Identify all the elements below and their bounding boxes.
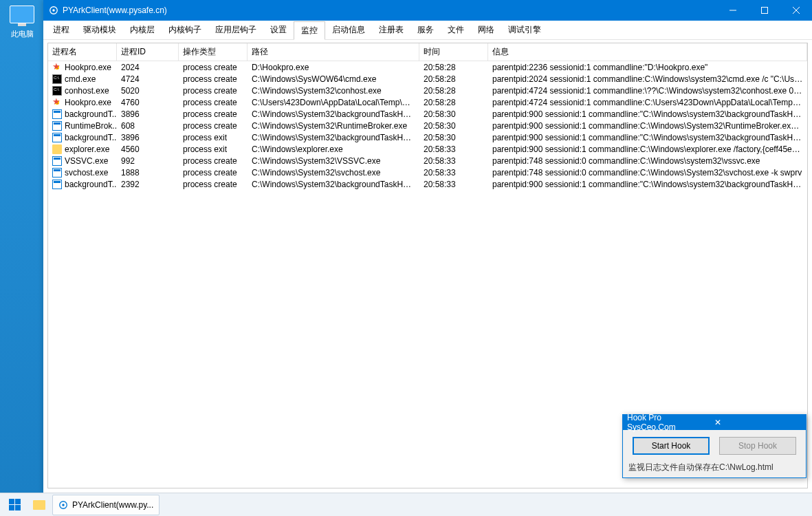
table-row[interactable]: VSSVC.exe992process createC:\Windows\Sys… — [48, 155, 807, 166]
menu-item-2[interactable]: 内核层 — [123, 21, 162, 39]
cell-pid: 2392 — [117, 180, 179, 189]
menu-item-1[interactable]: 驱动模块 — [76, 21, 123, 39]
menu-item-3[interactable]: 内核钩子 — [162, 21, 208, 39]
popup-titlebar[interactable]: Hook Pro SysCeo.Com ✕ — [623, 415, 806, 430]
cell-op: process create — [179, 74, 248, 84]
cell-path: C:\Windows\System32\backgroundTaskHost.e… — [248, 109, 419, 119]
col-pid[interactable]: 进程ID — [117, 43, 179, 61]
table-row[interactable]: svchost.exe1888process createC:\Windows\… — [48, 166, 807, 178]
table-row[interactable]: backgroundT...3896process exitC:\Windows… — [48, 131, 807, 143]
cell-name: backgroundT... — [65, 109, 117, 119]
close-button[interactable] — [780, 0, 812, 21]
table-row[interactable]: RuntimeBrok...608process createC:\Window… — [48, 120, 807, 131]
app-icon — [52, 109, 62, 119]
stop-hook-button[interactable]: Stop Hook — [719, 437, 796, 455]
cell-op: process create — [179, 98, 248, 107]
folder-icon — [52, 144, 62, 154]
taskbar-explorer[interactable] — [28, 495, 51, 515]
cell-info: parentpid:900 sessionid:1 commandline:"C… — [488, 180, 807, 189]
popup-title: Hook Pro SysCeo.Com — [627, 413, 712, 432]
menu-item-8[interactable]: 注册表 — [372, 21, 410, 39]
cell-name: RuntimeBrok... — [65, 121, 117, 131]
start-hook-button[interactable]: Start Hook — [633, 437, 710, 455]
cell-time: 20:58:28 — [419, 98, 488, 107]
cell-info: parentpid:748 sessionid:0 commandline:C:… — [488, 156, 807, 166]
menu-item-5[interactable]: 设置 — [263, 21, 294, 39]
svg-point-1 — [52, 9, 55, 12]
cell-path: C:\Windows\System32\backgroundTaskHost.e… — [248, 133, 419, 142]
cell-path: C:\Windows\System32\backgroundTaskHost.e… — [248, 180, 419, 189]
menu-item-0[interactable]: 进程 — [46, 21, 76, 39]
cell-op: process create — [179, 168, 248, 178]
desktop-icon-this-pc[interactable]: 此电脑 — [7, 6, 37, 39]
col-info[interactable]: 信息 — [488, 43, 807, 61]
cell-info: parentpid:900 sessionid:1 commandline:"C… — [488, 133, 807, 142]
cell-time: 20:58:28 — [419, 86, 488, 96]
cell-name: backgroundT... — [65, 133, 117, 142]
popup-body: Start Hook Stop Hook 监视日志文件自动保存在C:\NwLog… — [623, 430, 806, 477]
cell-pid: 4560 — [117, 144, 179, 154]
cell-time: 20:58:30 — [419, 109, 488, 119]
col-path[interactable]: 路径 — [248, 43, 419, 61]
taskbar-app[interactable]: PYArkClient(www.py... — [52, 495, 160, 515]
cell-path: C:\Windows\explorer.exe — [248, 144, 419, 154]
table-header: 进程名 进程ID 操作类型 路径 时间 信息 — [48, 43, 807, 61]
windows-logo-icon — [9, 499, 21, 510]
col-op[interactable]: 操作类型 — [179, 43, 248, 61]
cell-path: C:\Windows\System32\VSSVC.exe — [248, 156, 419, 166]
cell-info: parentpid:4724 sessionid:1 commandline:\… — [488, 86, 807, 96]
popup-close-button[interactable]: ✕ — [712, 418, 802, 427]
cell-info: parentpid:900 sessionid:1 commandline:C:… — [488, 144, 807, 154]
table-row[interactable]: backgroundT...2392process createC:\Windo… — [48, 178, 807, 190]
cell-op: process create — [179, 121, 248, 131]
maximize-button[interactable] — [749, 0, 780, 21]
table-row[interactable]: explorer.exe4560process exitC:\Windows\e… — [48, 143, 807, 155]
table-row[interactable]: Hookpro.exe4760process createC:\Users\42… — [48, 96, 807, 108]
cell-path: C:\Windows\System32\svchost.exe — [248, 168, 419, 178]
popup-message: 监视日志文件自动保存在C:\NwLog.html — [628, 462, 800, 473]
folder-icon — [33, 500, 45, 510]
cell-op: process create — [179, 180, 248, 189]
menu-item-6[interactable]: 监控 — [294, 21, 325, 40]
col-time[interactable]: 时间 — [419, 43, 488, 61]
col-name[interactable]: 进程名 — [48, 43, 117, 61]
cell-pid: 1888 — [117, 168, 179, 178]
menu-item-7[interactable]: 启动信息 — [325, 21, 372, 39]
cell-pid: 2024 — [117, 63, 179, 72]
cell-time: 20:58:33 — [419, 144, 488, 154]
cell-pid: 3896 — [117, 133, 179, 142]
cell-time: 20:58:33 — [419, 156, 488, 166]
cell-pid: 4724 — [117, 74, 179, 84]
app-icon — [49, 6, 58, 15]
menu-item-11[interactable]: 网络 — [471, 21, 501, 39]
app-icon — [52, 156, 62, 166]
cell-time: 20:58:33 — [419, 168, 488, 178]
desktop-icon-label: 此电脑 — [7, 29, 37, 39]
table-row[interactable]: cmd.exe4724process createC:\Windows\SysW… — [48, 73, 807, 85]
app-icon — [52, 180, 62, 189]
cell-path: C:\Windows\SysWOW64\cmd.exe — [248, 74, 419, 84]
start-button[interactable] — [3, 495, 26, 515]
cell-pid: 4760 — [117, 98, 179, 107]
cell-path: C:\Windows\System32\RuntimeBroker.exe — [248, 121, 419, 131]
titlebar[interactable]: PYArkClient(www.pysafe.cn) — [43, 0, 812, 21]
taskbar: PYArkClient(www.py... — [0, 493, 812, 516]
cell-path: C:\Windows\System32\conhost.exe — [248, 86, 419, 96]
menu-item-10[interactable]: 文件 — [441, 21, 471, 39]
cell-time: 20:58:28 — [419, 74, 488, 84]
cell-path: D:\Hookpro.exe — [248, 63, 419, 72]
cell-info: parentpid:2236 sessionid:1 commandline:"… — [488, 63, 807, 72]
cell-time: 20:58:30 — [419, 133, 488, 142]
app-icon — [52, 168, 62, 178]
menu-item-12[interactable]: 调试引擎 — [501, 21, 548, 39]
cell-name: VSSVC.exe — [65, 156, 108, 166]
minimize-button[interactable] — [717, 0, 749, 21]
table-row[interactable]: conhost.exe5020process createC:\Windows\… — [48, 85, 807, 96]
table-row[interactable]: backgroundT...3896process createC:\Windo… — [48, 108, 807, 120]
menu-item-9[interactable]: 服务 — [410, 21, 441, 39]
cell-pid: 608 — [117, 121, 179, 131]
menubar: 进程驱动模块内核层内核钩子应用层钩子设置监控启动信息注册表服务文件网络调试引擎 — [43, 21, 812, 40]
table-row[interactable]: Hookpro.exe2024process createD:\Hookpro.… — [48, 61, 807, 73]
menu-item-4[interactable]: 应用层钩子 — [208, 21, 263, 39]
cmd-icon — [52, 86, 62, 96]
